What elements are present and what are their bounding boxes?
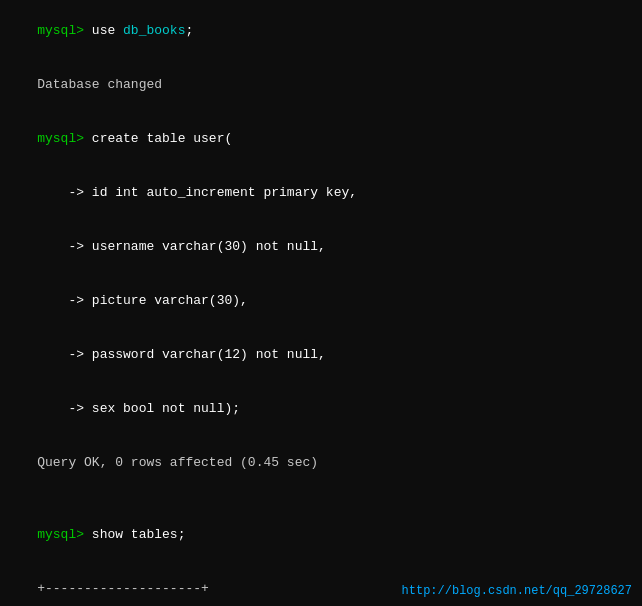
line-4: -> id int auto_increment primary key, — [6, 166, 636, 220]
line-7: -> password varchar(12) not null, — [6, 328, 636, 382]
output-db-changed: Database changed — [37, 77, 162, 92]
line-8: -> sex bool not null); — [6, 382, 636, 436]
line-11: mysql> show tables; — [6, 508, 636, 562]
line-3: mysql> create table user( — [6, 112, 636, 166]
line-blank-1 — [6, 490, 636, 508]
watermark-url: http://blog.csdn.net/qq_29728627 — [402, 584, 632, 598]
line-9: Query OK, 0 rows affected (0.45 sec) — [6, 436, 636, 490]
line-1: mysql> use db_books; — [6, 4, 636, 58]
line-2: Database changed — [6, 58, 636, 112]
line-6: -> picture varchar(30), — [6, 274, 636, 328]
cmd-db: db_books — [123, 23, 185, 38]
line-5: -> username varchar(30) not null, — [6, 220, 636, 274]
cmd-use: use — [92, 23, 123, 38]
prompt-prefix: mysql> — [37, 23, 92, 38]
query-ok: Query OK, 0 rows affected (0.45 sec) — [37, 455, 318, 470]
terminal-window: mysql> use db_books; Database changed my… — [0, 0, 642, 606]
